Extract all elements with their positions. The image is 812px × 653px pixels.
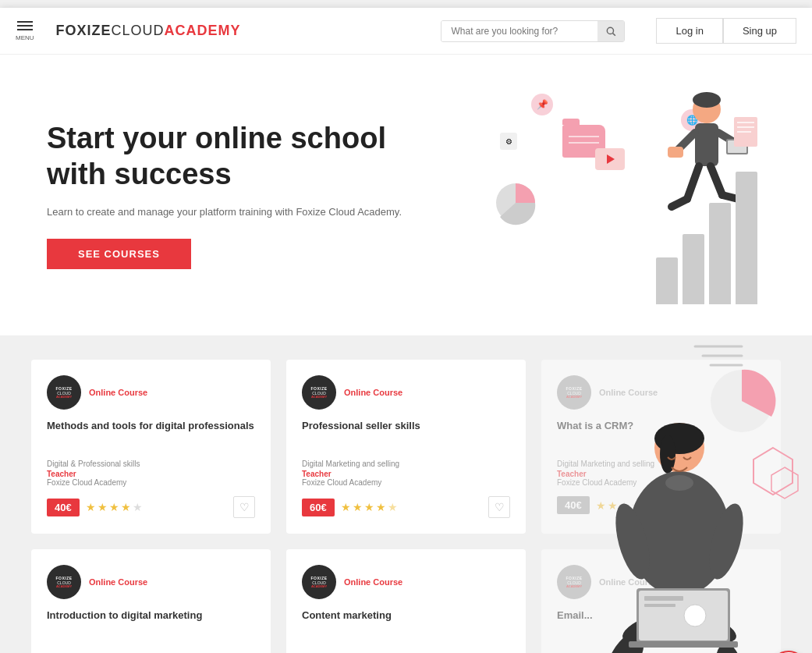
star-empty: ★	[133, 501, 143, 513]
course-type-3: Online Course	[599, 388, 658, 397]
logo-cloud: CLOUD	[112, 23, 165, 39]
course-type-4: Online Course	[89, 577, 147, 587]
menu-line	[17, 29, 33, 30]
course-footer-2: 60€ ★ ★ ★ ★ ★ ♡	[302, 496, 510, 518]
course-card-1-header: FOXIZE CLOUD ACADEMY Online Course	[47, 375, 255, 410]
course-card-4: FOXIZE CLOUD ACADEMY Online Course Intro…	[31, 549, 271, 653]
star: ★	[121, 501, 131, 513]
hero-title: Start your online school with success	[47, 121, 406, 192]
svg-line-1	[613, 33, 615, 35]
hero-subtitle: Learn to create and manage your platform…	[47, 204, 406, 220]
star: ★	[353, 501, 363, 513]
courses-section: FOXIZE CLOUD ACADEMY Online Course Metho…	[0, 336, 812, 653]
course-type-6: Online Course	[599, 577, 658, 587]
course-logo-6: FOXIZE CLOUD ACADEMY	[557, 565, 591, 599]
star: ★	[98, 501, 108, 513]
course-teacher-label-1: Teacher	[47, 470, 255, 478]
course-teacher-name-2: Foxize Cloud Academy	[302, 478, 510, 487]
search-input[interactable]	[441, 21, 597, 41]
course-logo-2: FOXIZE CLOUD ACADEMY	[302, 375, 336, 410]
course-card-6-header: FOXIZE CLOUD ACADEMY Online Course	[557, 565, 765, 599]
play-icon	[595, 148, 625, 170]
course-logo-3: FOXIZE CLOUD ACADEMY	[557, 375, 591, 410]
pie-chart	[492, 179, 539, 226]
search-icon	[605, 26, 616, 37]
course-type-1: Online Course	[89, 388, 147, 397]
course-teacher-label-2: Teacher	[302, 470, 510, 478]
float-icon-1: 📌	[531, 94, 553, 115]
logo-academy: ACADEMY	[165, 23, 241, 39]
course-logo-5: FOXIZE CLOUD ACADEMY	[302, 565, 336, 599]
svg-point-0	[608, 27, 614, 34]
search-button[interactable]	[597, 21, 624, 41]
course-category-1: Digital & Professional skills	[47, 460, 255, 468]
star: ★	[388, 501, 398, 513]
hero-illustration: 📌 🌐 ⚙	[484, 86, 765, 304]
document-shape	[734, 117, 757, 147]
bar-chart	[656, 172, 757, 304]
course-category-3: Digital Marketing and selling	[557, 460, 765, 468]
stars-3: ★ ★ ★ ★ ★	[596, 499, 765, 512]
course-title-5: Content marketing	[302, 609, 510, 637]
course-teacher-name-3: Foxize Cloud Academy	[557, 478, 765, 487]
gear-icon: ⚙	[500, 133, 517, 150]
menu-line	[17, 25, 33, 27]
course-card-5-header: FOXIZE CLOUD ACADEMY Online Course	[302, 565, 510, 599]
login-button[interactable]: Log in	[656, 18, 722, 44]
hero-section: Start your online school with success Le…	[0, 55, 812, 336]
star: ★	[364, 501, 374, 513]
nav-buttons: Log in Sing up	[656, 18, 796, 44]
favorite-button-1[interactable]: ♡	[233, 496, 255, 518]
favorite-button-2[interactable]: ♡	[488, 496, 510, 518]
stars-1: ★ ★ ★ ★ ★	[86, 501, 227, 513]
star: ★	[109, 501, 119, 513]
course-title-6: Email...	[557, 609, 765, 637]
menu-button[interactable]: MENU	[16, 21, 34, 41]
hero-text: Start your online school with success Le…	[47, 121, 406, 269]
course-category-2: Digital Marketing and selling	[302, 460, 510, 468]
star-empty: ★	[619, 499, 629, 512]
course-card-3: FOXIZE CLOUD ACADEMY Online Course What …	[541, 360, 781, 534]
course-price-2: 60€	[302, 499, 335, 516]
course-logo-4: FOXIZE CLOUD ACADEMY	[47, 565, 81, 599]
course-title-1: Methods and tools for digital profession…	[47, 419, 255, 447]
star: ★	[86, 501, 96, 513]
course-footer-3: 40€ ★ ★ ★ ★ ★	[557, 496, 765, 514]
course-type-2: Online Course	[344, 388, 402, 397]
course-card-2: FOXIZE CLOUD ACADEMY Online Course Profe…	[286, 360, 526, 534]
course-card-5: FOXIZE CLOUD ACADEMY Online Course Conte…	[286, 549, 526, 653]
star: ★	[376, 501, 386, 513]
course-card-2-header: FOXIZE CLOUD ACADEMY Online Course	[302, 375, 510, 410]
logo: FOXIZE CLOUD ACADEMY	[56, 23, 426, 39]
course-logo-1: FOXIZE CLOUD ACADEMY	[47, 375, 81, 410]
star: ★	[608, 499, 618, 512]
star-empty: ★	[631, 499, 641, 512]
course-card-3-header: FOXIZE CLOUD ACADEMY Online Course	[557, 375, 765, 410]
courses-grid: FOXIZE CLOUD ACADEMY Online Course Metho…	[31, 360, 781, 653]
menu-line	[17, 21, 33, 23]
star: ★	[596, 499, 606, 512]
signup-button[interactable]: Sing up	[723, 18, 796, 44]
header: MENU FOXIZE CLOUD ACADEMY Log in Sing up	[0, 8, 812, 55]
logo-foxize: FOXIZE	[56, 23, 112, 39]
course-price-3: 40€	[557, 496, 590, 514]
star-empty: ★	[643, 499, 653, 512]
see-courses-button[interactable]: SEE COURSES	[47, 239, 191, 269]
course-price-1: 40€	[47, 499, 80, 516]
course-card-6: FOXIZE CLOUD ACADEMY Online Course Email…	[541, 549, 781, 653]
star: ★	[341, 501, 351, 513]
menu-label: MENU	[16, 34, 34, 41]
stars-2: ★ ★ ★ ★ ★	[341, 501, 482, 513]
course-title-3: What is a CRM?	[557, 419, 765, 447]
svg-rect-4	[695, 123, 718, 166]
browser-window: MENU FOXIZE CLOUD ACADEMY Log in Sing up…	[0, 8, 812, 653]
svg-rect-6	[668, 147, 683, 158]
course-footer-1: 40€ ★ ★ ★ ★ ★ ♡	[47, 496, 255, 518]
course-title-4: Introduction to digital marketing	[47, 609, 255, 637]
search-bar	[441, 20, 625, 42]
course-type-5: Online Course	[344, 577, 402, 587]
svg-point-3	[693, 92, 721, 108]
course-card-4-header: FOXIZE CLOUD ACADEMY Online Course	[47, 565, 255, 599]
course-title-2: Professional seller skills	[302, 419, 510, 447]
course-teacher-label-3: Teacher	[557, 470, 765, 478]
